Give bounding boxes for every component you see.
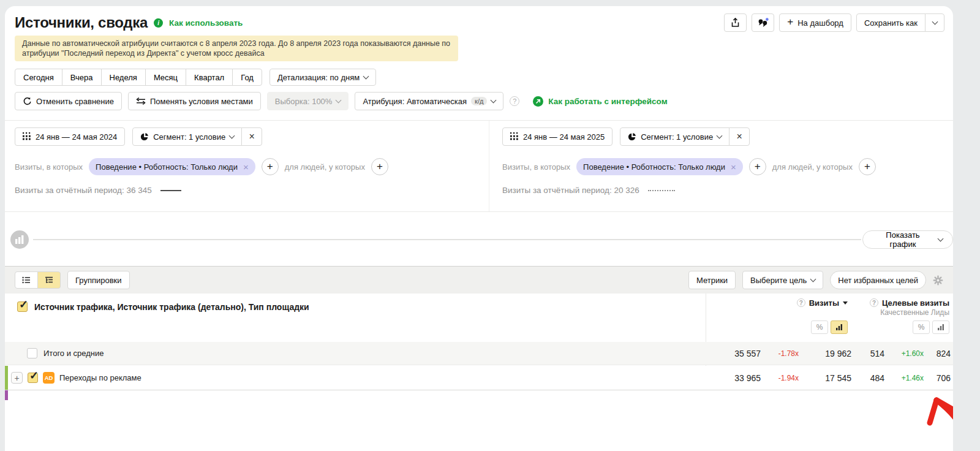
targets-bars-toggle[interactable]	[932, 320, 949, 334]
period-tab-quarter[interactable]: Квартал	[186, 69, 233, 86]
save-as-button[interactable]: Сохранить как	[856, 13, 925, 32]
add-people-condition-button-a[interactable]: +	[371, 158, 388, 175]
add-visit-condition-button-b[interactable]: +	[749, 158, 766, 175]
tree-view-toggle[interactable]	[37, 271, 61, 289]
swap-icon	[136, 97, 146, 105]
groupings-button[interactable]: Группировки	[67, 271, 130, 289]
view-toggle-group	[15, 271, 61, 289]
period-tab-week[interactable]: Неделя	[101, 69, 146, 86]
segment-pie-icon	[628, 132, 636, 141]
targets-value-a: 514	[856, 349, 889, 358]
select-all-checkbox[interactable]	[17, 301, 28, 312]
question-icon[interactable]: ?	[510, 96, 519, 106]
chevron-down-icon	[938, 235, 944, 241]
table-row-totals[interactable]: Итого и средние 35 557 -1.78x 19 962 514…	[5, 342, 953, 365]
chevron-down-icon	[932, 18, 938, 25]
column-target-sub: Качественные Лиды	[880, 308, 949, 318]
attribution-banner: Данные по автоматической атрибуции счита…	[15, 36, 458, 61]
column-target-visits[interactable]: Целевые визиты	[882, 298, 949, 308]
targets-percent-toggle[interactable]: %	[913, 320, 930, 334]
comments-button[interactable]	[752, 13, 774, 32]
chevron-down-icon	[363, 73, 369, 79]
expand-row-button[interactable]: +	[11, 372, 23, 384]
targets-change: +1.60x	[889, 349, 929, 358]
targets-change: +1.46x	[889, 374, 929, 382]
visits-in-which-label: Визиты, в которых	[15, 162, 83, 172]
chevron-down-icon	[717, 132, 723, 138]
bars-icon	[937, 324, 944, 331]
targets-value-b: 706	[929, 373, 953, 383]
row-checkbox[interactable]	[27, 348, 37, 358]
row-checkbox[interactable]	[28, 373, 38, 383]
no-goals-button[interactable]: Нет избранных целей	[830, 271, 926, 289]
save-as-dropdown-button[interactable]	[925, 13, 944, 32]
attribution-badge: к/д	[471, 97, 487, 105]
visits-value-b: 17 545	[804, 373, 856, 383]
interface-help-icon	[533, 96, 543, 107]
table-row-ads[interactable]: + AD Переходы по рекламе 33 965 -1.94x 1…	[5, 366, 953, 390]
segment-button-a[interactable]: Сегмент: 1 условие	[132, 127, 242, 146]
visits-bars-toggle[interactable]	[831, 320, 848, 334]
question-icon[interactable]: ?	[870, 298, 878, 307]
segment-button-b[interactable]: Сегмент: 1 условие	[620, 127, 729, 146]
table-bottom-border	[5, 390, 953, 390]
dimensions-header: Источник трафика, Источник трафика (дета…	[34, 302, 309, 312]
period-tab-year[interactable]: Год	[232, 69, 262, 86]
add-to-dashboard-button[interactable]: + На дашборд	[779, 13, 851, 32]
filter-chip-a[interactable]: Поведение • Роботность: Только люди ×	[89, 158, 255, 175]
segment-panel-a: 24 янв — 24 мая 2024 Сегмент: 1 условие …	[15, 121, 480, 195]
flat-list-icon	[21, 275, 31, 285]
period-tab-month[interactable]: Месяц	[145, 69, 186, 86]
legend-line-dotted	[648, 190, 675, 191]
add-people-condition-button-b[interactable]: +	[859, 158, 876, 175]
period-tab-today[interactable]: Сегодня	[15, 69, 62, 86]
remove-segment-button-a[interactable]: ×	[241, 127, 262, 146]
period-tabs: Сегодня Вчера Неделя Месяц Квартал Год Д…	[15, 69, 376, 86]
remove-segment-button-b[interactable]: ×	[729, 127, 750, 146]
metrics-button[interactable]: Метрики	[688, 271, 736, 289]
list-view-toggle[interactable]	[15, 271, 38, 289]
close-icon: ×	[737, 132, 742, 142]
gear-icon[interactable]	[933, 275, 943, 286]
close-icon[interactable]: ×	[243, 162, 249, 172]
question-icon[interactable]: ?	[797, 298, 805, 307]
period-tab-yesterday[interactable]: Вчера	[62, 69, 102, 86]
date-range-button-a[interactable]: 24 янв — 24 мая 2024	[15, 127, 125, 146]
bars-icon	[835, 324, 843, 331]
divider	[5, 211, 953, 212]
add-visit-condition-button-a[interactable]: +	[262, 158, 279, 175]
page-title: Источники, сводка	[15, 14, 148, 31]
cancel-comparison-button[interactable]: Отменить сравнение	[15, 92, 122, 110]
attribution-button[interactable]: Атрибуция: Автоматическая к/д	[355, 92, 503, 110]
row-label: Итого и средние	[43, 349, 104, 358]
filter-chip-b[interactable]: Поведение • Роботность: Только люди ×	[576, 158, 743, 175]
export-button[interactable]	[724, 13, 747, 32]
interface-help-link[interactable]: Как работать с интерфейсом	[533, 96, 667, 107]
period-total-a: Визиты за отчётный период: 36 345	[15, 186, 152, 195]
chart-collapsed-line	[33, 239, 861, 240]
chart-toggle-icon[interactable]	[10, 230, 29, 249]
visits-percent-toggle[interactable]: %	[811, 320, 828, 334]
segment-divider	[489, 121, 489, 211]
how-to-use-link[interactable]: Как использовать	[169, 18, 243, 28]
visits-change: -1.94x	[766, 374, 804, 382]
select-goal-button[interactable]: Выберите цель	[742, 271, 823, 289]
for-people-label: для людей, у которых	[772, 162, 853, 172]
visits-value-a: 35 557	[706, 349, 766, 358]
sampling-button[interactable]: Выборка: 100%	[267, 92, 349, 110]
ad-badge-icon: AD	[43, 372, 55, 384]
column-visits[interactable]: Визиты	[809, 298, 839, 308]
date-range-button-b[interactable]: 24 янв — 24 мая 2025	[502, 127, 612, 146]
swap-conditions-button[interactable]: Поменять условия местами	[128, 92, 261, 110]
comments-icon	[758, 18, 769, 28]
chevron-down-icon	[336, 97, 342, 103]
for-people-label: для людей, у которых	[285, 162, 365, 172]
detail-dropdown-button[interactable]: Детализация: по дням	[270, 69, 376, 86]
targets-value-a: 484	[856, 373, 889, 383]
circular-arrow-icon	[23, 97, 32, 106]
close-icon[interactable]: ×	[731, 162, 736, 172]
info-icon: i	[154, 18, 163, 28]
export-icon	[731, 18, 740, 28]
show-chart-button[interactable]: Показать график	[862, 230, 953, 249]
visits-value-a: 33 965	[706, 373, 766, 383]
